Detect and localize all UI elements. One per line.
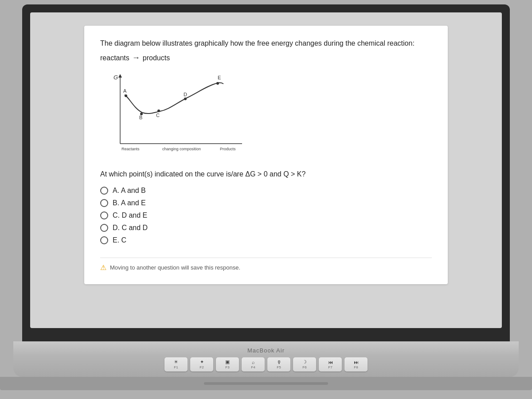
radio-d[interactable]	[100, 224, 108, 232]
svg-point-13	[216, 82, 219, 85]
svg-text:changing composition: changing composition	[162, 147, 201, 151]
svg-point-10	[140, 113, 143, 115]
svg-text:E: E	[218, 75, 221, 80]
option-b-label: B. A and E	[113, 199, 146, 207]
macbook-label: MacBook Air	[247, 347, 285, 354]
screen-bezel: The diagram below illustrates graphicall…	[22, 4, 510, 341]
radio-c[interactable]	[100, 211, 108, 219]
function-key-row: ☀ F1 ✦ F2 ▣ F3 ⌕ F4 🎙 F5 ☽ F6 ⏮ F7 ⏭ F8	[164, 357, 368, 372]
option-c[interactable]: C. D and E	[100, 211, 432, 219]
laptop-bottom-bar	[0, 377, 532, 390]
option-d-label: D. C and D	[113, 224, 148, 232]
option-a-label: A. A and B	[113, 187, 146, 195]
question-text: At which point(s) indicated on the curve…	[100, 169, 432, 180]
svg-text:Products: Products	[220, 147, 236, 151]
option-d[interactable]: D. C and D	[100, 224, 432, 232]
svg-text:A: A	[123, 88, 127, 94]
brightness-low-icon: ☀	[174, 359, 178, 365]
reaction-line: reactants → products	[100, 53, 432, 63]
svg-text:G: G	[113, 74, 118, 81]
microphone-icon: 🎙	[277, 360, 282, 365]
radio-a[interactable]	[100, 187, 108, 195]
svg-point-12	[184, 98, 187, 100]
key-f5[interactable]: 🎙 F5	[267, 357, 290, 372]
intro-text: The diagram below illustrates graphicall…	[100, 38, 432, 49]
key-f1[interactable]: ☀ F1	[164, 357, 188, 372]
do-not-disturb-icon: ☽	[302, 359, 307, 365]
key-f3[interactable]: ▣ F3	[216, 357, 239, 372]
screen-content: The diagram below illustrates graphicall…	[30, 12, 502, 328]
option-e[interactable]: E. C	[100, 236, 432, 244]
option-e-label: E. C	[113, 236, 126, 244]
svg-text:B: B	[139, 115, 142, 120]
rewind-icon: ⏮	[328, 360, 333, 365]
warning-icon: ⚠	[100, 263, 106, 272]
svg-point-11	[157, 110, 160, 112]
warning-text: Moving to another question will save thi…	[110, 264, 240, 271]
key-f6[interactable]: ☽ F6	[293, 357, 316, 372]
fast-forward-icon: ⏭	[354, 360, 359, 365]
search-icon: ⌕	[252, 360, 255, 365]
radio-b[interactable]	[100, 199, 108, 207]
svg-marker-2	[118, 74, 122, 78]
mission-control-icon: ▣	[225, 359, 230, 365]
svg-text:Reactants: Reactants	[121, 147, 140, 151]
radio-e[interactable]	[100, 236, 108, 244]
key-f4[interactable]: ⌕ F4	[242, 357, 265, 372]
energy-diagram-chart: G A B C D E	[100, 70, 251, 159]
trackpad-notch	[204, 382, 328, 385]
reaction-arrow: →	[132, 53, 140, 63]
reactants-label: reactants	[100, 54, 129, 62]
key-f7[interactable]: ⏮ F7	[319, 357, 342, 372]
svg-text:C: C	[156, 113, 160, 118]
question-container: The diagram below illustrates graphicall…	[84, 26, 448, 284]
warning-bar: ⚠ Moving to another question will save t…	[100, 258, 432, 272]
key-f2[interactable]: ✦ F2	[190, 357, 213, 372]
brightness-high-icon: ✦	[200, 359, 204, 365]
option-a[interactable]: A. A and B	[100, 187, 432, 195]
option-c-label: C. D and E	[113, 211, 147, 219]
options-list: A. A and B B. A and E C. D and E	[100, 187, 432, 244]
svg-point-9	[125, 94, 127, 97]
products-label: products	[143, 54, 170, 62]
svg-text:D: D	[184, 92, 187, 97]
keyboard-base: MacBook Air ☀ F1 ✦ F2 ▣ F3 ⌕ F4 🎙 F5 ☽ F…	[13, 341, 519, 377]
key-f8[interactable]: ⏭ F8	[344, 357, 368, 372]
chart-svg: G A B C D E	[100, 70, 251, 159]
option-b[interactable]: B. A and E	[100, 199, 432, 207]
